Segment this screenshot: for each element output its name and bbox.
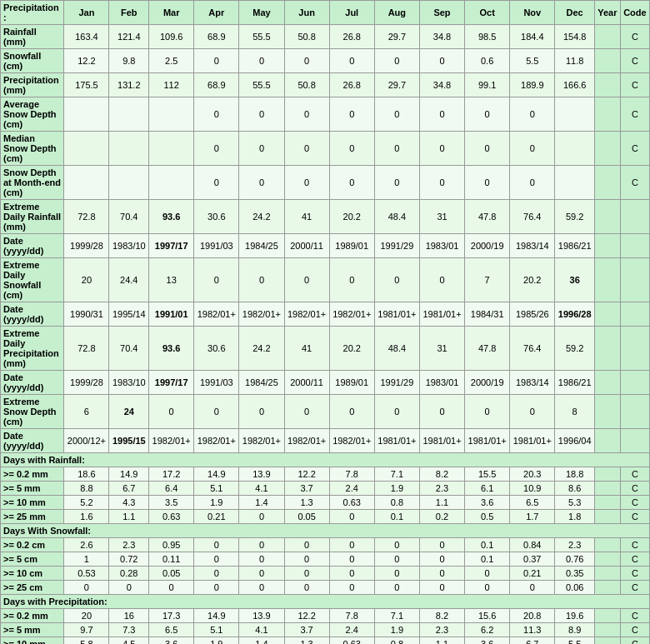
data-cell: 0 [419, 552, 464, 567]
data-cell [594, 73, 620, 97]
header-apr: Apr [194, 1, 239, 25]
data-cell: 0.1 [465, 552, 510, 567]
data-cell: C [620, 637, 649, 645]
data-cell [620, 371, 649, 395]
data-cell: 0 [284, 132, 329, 166]
data-cell: 0 [239, 395, 284, 429]
data-cell: 14.9 [194, 467, 239, 482]
data-cell [64, 166, 109, 200]
row-label: Extreme Daily Snowfall (cm) [1, 258, 64, 302]
data-cell: 0 [510, 97, 555, 132]
row-label: Snow Depth at Month-end (cm) [1, 166, 64, 200]
data-cell: C [620, 25, 649, 49]
data-cell [594, 609, 620, 623]
data-cell: 34.8 [419, 73, 464, 97]
data-cell [594, 510, 620, 524]
data-cell [594, 567, 620, 581]
data-cell: 1 [64, 552, 109, 567]
data-cell: C [620, 567, 649, 581]
data-cell: 72.8 [64, 200, 109, 234]
data-cell: 3.7 [284, 623, 329, 637]
data-cell: 2.3 [555, 538, 595, 552]
data-cell: 0 [374, 538, 419, 552]
data-cell: 18.8 [555, 467, 595, 482]
data-cell: 2.3 [419, 623, 464, 637]
data-cell: 0 [465, 166, 510, 200]
data-cell: 0 [374, 132, 419, 166]
data-cell: 1999/28 [64, 371, 109, 395]
header-nov: Nov [510, 1, 555, 25]
data-cell: 2.5 [149, 49, 194, 73]
data-cell: 0 [329, 132, 374, 166]
data-cell: 4.1 [239, 623, 284, 637]
data-cell: 1981/01+ [374, 429, 419, 453]
data-cell: 1982/01+ [284, 429, 329, 453]
section-header: Days With Snowfall: [1, 524, 650, 538]
data-cell: 1.6 [64, 510, 109, 524]
data-cell: 15.6 [465, 609, 510, 623]
header-jun: Jun [284, 1, 329, 25]
data-cell: 36 [555, 258, 595, 302]
data-cell: 48.4 [374, 327, 419, 371]
data-cell: 1.4 [239, 637, 284, 645]
data-cell: 1981/01+ [419, 429, 464, 453]
data-cell [594, 132, 620, 166]
data-cell: 6.4 [149, 482, 194, 496]
data-cell: 0.2 [419, 510, 464, 524]
data-cell: 5.8 [64, 637, 109, 645]
data-cell: 98.5 [465, 25, 510, 49]
data-cell [555, 166, 595, 200]
data-cell: 2.4 [329, 623, 374, 637]
data-cell [555, 132, 595, 166]
data-cell: 0.37 [510, 552, 555, 567]
data-cell: 0 [329, 567, 374, 581]
data-cell: 1991/29 [374, 371, 419, 395]
data-cell [594, 429, 620, 453]
main-table: Precipitation: Jan Feb Mar Apr May Jun J… [0, 0, 650, 644]
data-cell: 1.1 [419, 496, 464, 510]
data-cell: C [620, 132, 649, 166]
data-cell: 0.76 [555, 552, 595, 567]
data-cell: 6.2 [465, 623, 510, 637]
data-cell: 76.4 [510, 327, 555, 371]
data-cell: 3.5 [149, 496, 194, 510]
data-cell [594, 200, 620, 234]
data-cell: 93.6 [149, 200, 194, 234]
data-cell: 2000/11 [284, 371, 329, 395]
data-cell: 1984/25 [239, 234, 284, 258]
data-cell: 20.2 [329, 327, 374, 371]
data-cell: 17.3 [149, 609, 194, 623]
data-cell: 1983/14 [510, 234, 555, 258]
data-cell: 6.5 [149, 623, 194, 637]
data-cell: 4.3 [109, 496, 149, 510]
row-label: Extreme Daily Precipitation (mm) [1, 327, 64, 371]
data-cell: 1982/01+ [239, 429, 284, 453]
data-cell: 0 [284, 49, 329, 73]
data-cell: 0 [419, 567, 464, 581]
data-cell: 1.3 [284, 637, 329, 645]
data-cell: 0 [329, 258, 374, 302]
data-cell: 1995/14 [109, 302, 149, 327]
data-cell: 1.9 [374, 482, 419, 496]
data-cell: 50.8 [284, 73, 329, 97]
data-cell: 131.2 [109, 73, 149, 97]
data-cell: 6.5 [510, 496, 555, 510]
data-cell: 29.7 [374, 25, 419, 49]
data-cell: 47.8 [465, 327, 510, 371]
data-cell: 50.8 [284, 25, 329, 49]
row-label: >= 5 mm [1, 482, 64, 496]
data-cell: 0 [284, 538, 329, 552]
data-cell: C [620, 467, 649, 482]
data-cell: 0 [329, 49, 374, 73]
data-cell [620, 395, 649, 429]
data-cell: 0 [374, 97, 419, 132]
data-cell: 3.6 [465, 496, 510, 510]
data-cell: 5.1 [194, 623, 239, 637]
data-cell: 1983/10 [109, 234, 149, 258]
data-cell: 0 [465, 567, 510, 581]
data-cell: 4.1 [239, 482, 284, 496]
data-cell: 59.2 [555, 327, 595, 371]
data-cell: 0 [465, 581, 510, 595]
data-cell [64, 132, 109, 166]
data-cell: 70.4 [109, 200, 149, 234]
